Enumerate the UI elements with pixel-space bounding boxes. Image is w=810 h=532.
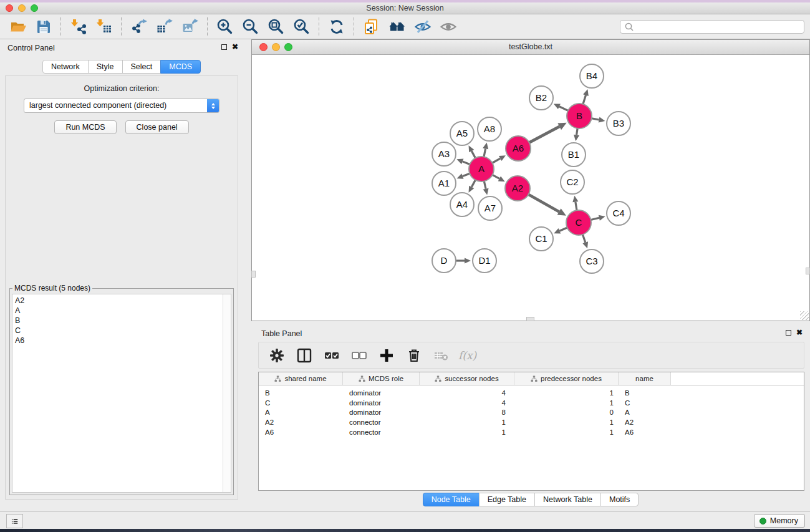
graph-edge-C-C4[interactable] bbox=[591, 215, 605, 221]
graph-node-C2[interactable]: C2 bbox=[561, 170, 584, 194]
result-item[interactable]: A6 bbox=[15, 336, 231, 346]
table-cell[interactable]: B bbox=[259, 389, 343, 397]
clone-network-button[interactable] bbox=[360, 17, 383, 37]
column-header-successor-nodes[interactable]: successor nodes bbox=[420, 372, 514, 385]
scrollbar-track[interactable] bbox=[223, 294, 231, 492]
table-cell[interactable]: C bbox=[619, 399, 671, 407]
delete-column-button[interactable] bbox=[403, 346, 425, 365]
table-cell[interactable]: 1 bbox=[514, 418, 619, 426]
close-panel-icon[interactable]: ✖ bbox=[232, 44, 238, 50]
table-cell[interactable]: 0 bbox=[514, 409, 619, 416]
graph-node-B2[interactable]: B2 bbox=[529, 86, 553, 110]
float-panel-icon[interactable] bbox=[221, 44, 227, 50]
graph-node-B3[interactable]: B3 bbox=[607, 112, 630, 135]
graph-edge-A-A4[interactable] bbox=[469, 180, 476, 193]
graph-edge-C-C2[interactable] bbox=[572, 196, 578, 210]
float-panel-icon[interactable] bbox=[786, 330, 791, 336]
graph-edge-A2-C[interactable] bbox=[528, 195, 566, 216]
table-row[interactable]: Adominator80A bbox=[259, 408, 804, 418]
table-cell[interactable]: 1 bbox=[514, 389, 619, 397]
table-cell[interactable]: A bbox=[619, 409, 671, 416]
graph-edge-B-B2[interactable] bbox=[554, 104, 568, 110]
table-cell[interactable]: dominator bbox=[343, 389, 420, 397]
tab-network[interactable]: Network bbox=[42, 60, 89, 74]
close-panel-icon[interactable]: ✖ bbox=[796, 329, 803, 336]
maximize-network-button[interactable] bbox=[284, 43, 292, 51]
result-item[interactable]: C bbox=[15, 326, 231, 336]
graph-edge-C-C3[interactable] bbox=[582, 235, 588, 248]
graph-edge-B-B3[interactable] bbox=[592, 117, 605, 122]
hide-details-button[interactable] bbox=[411, 17, 434, 37]
run-mcds-button[interactable]: Run MCDS bbox=[54, 120, 116, 134]
resize-grip-icon[interactable] bbox=[800, 311, 809, 320]
graph-node-A8[interactable]: A8 bbox=[478, 117, 501, 141]
export-network-button[interactable] bbox=[127, 17, 150, 37]
right-scroll-grip[interactable] bbox=[806, 268, 810, 274]
graph-node-A3[interactable]: A3 bbox=[432, 142, 456, 166]
bottom-scroll-grip[interactable] bbox=[526, 317, 534, 321]
add-column-button[interactable] bbox=[376, 346, 397, 365]
graph-node-A5[interactable]: A5 bbox=[450, 122, 474, 145]
graph-edge-A-A2[interactable] bbox=[493, 175, 505, 181]
graph-edge-D-D1[interactable] bbox=[456, 258, 471, 263]
tab-mcds[interactable]: MCDS bbox=[160, 60, 201, 74]
table-cell[interactable]: dominator bbox=[343, 399, 420, 407]
minimize-window-button[interactable] bbox=[18, 4, 26, 12]
table-cell[interactable]: A2 bbox=[259, 418, 343, 426]
export-image-button[interactable] bbox=[178, 17, 201, 37]
column-header-predecessor-nodes[interactable]: predecessor nodes bbox=[514, 372, 619, 385]
table-cell[interactable]: A6 bbox=[619, 428, 671, 436]
home-button[interactable] bbox=[385, 17, 408, 37]
table-cell[interactable]: 1 bbox=[514, 399, 619, 407]
open-session-button[interactable] bbox=[6, 17, 29, 37]
table-cell[interactable]: 1 bbox=[514, 428, 619, 436]
graph-edge-A-A5[interactable] bbox=[469, 145, 476, 158]
result-item[interactable]: B bbox=[15, 316, 231, 326]
table-cell[interactable]: 1 bbox=[420, 428, 514, 436]
graph-node-A7[interactable]: A7 bbox=[478, 196, 502, 220]
graph-edge-A-A1[interactable] bbox=[457, 173, 470, 179]
table-cell[interactable]: 4 bbox=[420, 399, 514, 407]
table-cell[interactable]: A2 bbox=[619, 418, 671, 426]
apply-layout-button[interactable] bbox=[325, 17, 348, 37]
import-network-button[interactable] bbox=[67, 17, 90, 37]
graph-node-D[interactable]: D bbox=[432, 249, 456, 273]
column-header-shared-name[interactable]: shared name bbox=[259, 372, 343, 385]
close-window-button[interactable] bbox=[6, 4, 13, 12]
graph-node-B4[interactable]: B4 bbox=[580, 64, 604, 88]
import-table-button[interactable] bbox=[92, 17, 115, 37]
left-scroll-grip[interactable] bbox=[251, 271, 256, 278]
table-cell[interactable]: connector bbox=[343, 418, 420, 426]
tab-node-table[interactable]: Node Table bbox=[423, 493, 480, 506]
select-columns-button[interactable] bbox=[294, 346, 315, 365]
column-header-MCDS-role[interactable]: MCDS role bbox=[343, 372, 420, 385]
graph-node-A2[interactable]: A2 bbox=[505, 176, 530, 201]
graph-node-C3[interactable]: C3 bbox=[580, 249, 604, 273]
export-table-button[interactable] bbox=[153, 17, 176, 37]
tab-network-table[interactable]: Network Table bbox=[534, 493, 601, 506]
memory-button[interactable]: Memory bbox=[754, 514, 805, 528]
table-cell[interactable]: A bbox=[259, 409, 343, 416]
graph-node-C[interactable]: C bbox=[566, 210, 591, 235]
table-row[interactable]: A2connector11A2 bbox=[259, 417, 804, 427]
graph-node-B[interactable]: B bbox=[567, 104, 592, 128]
graph-edge-B-B4[interactable] bbox=[583, 89, 589, 104]
network-canvas[interactable]: AA1A2A3A4A5A6A7A8BB1B2B3B4CC1C2C3C4DD1 bbox=[252, 56, 809, 321]
graph-edge-A-A8[interactable] bbox=[483, 143, 488, 157]
table-cell[interactable]: connector bbox=[343, 428, 420, 436]
graph-node-B1[interactable]: B1 bbox=[562, 143, 586, 167]
table-cell[interactable]: 4 bbox=[420, 389, 514, 397]
close-panel-button[interactable]: Close panel bbox=[125, 120, 189, 134]
tab-motifs[interactable]: Motifs bbox=[600, 493, 639, 506]
table-row[interactable]: A6connector11A6 bbox=[259, 427, 804, 437]
table-row[interactable]: Bdominator41B bbox=[259, 388, 804, 398]
optimization-select[interactable]: largest connected component (directed) bbox=[24, 99, 219, 113]
tab-select[interactable]: Select bbox=[122, 60, 162, 74]
graph-node-A[interactable]: A bbox=[469, 157, 494, 181]
zoom-selected-button[interactable] bbox=[290, 17, 313, 37]
panels-menu-button[interactable] bbox=[6, 514, 23, 528]
tab-edge-table[interactable]: Edge Table bbox=[479, 493, 535, 506]
graph-node-D1[interactable]: D1 bbox=[473, 249, 496, 273]
close-network-button[interactable] bbox=[259, 43, 268, 51]
graph-edge-A-A3[interactable] bbox=[456, 159, 470, 165]
